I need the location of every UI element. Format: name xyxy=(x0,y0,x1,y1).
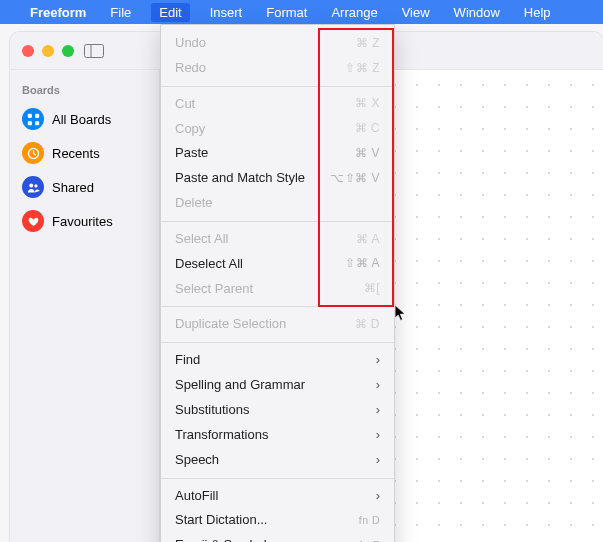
close-window-button[interactable] xyxy=(22,45,34,57)
menu-item-label: Speech xyxy=(175,451,219,470)
sidebar-item-label: Shared xyxy=(52,180,94,195)
svg-rect-0 xyxy=(85,44,104,57)
menu-item-start-dictation[interactable]: Start Dictation...fn D xyxy=(161,508,394,533)
menu-item-label: Copy xyxy=(175,120,205,139)
menu-item-label: Start Dictation... xyxy=(175,511,267,530)
heart-icon xyxy=(22,210,44,232)
menu-item-label: Delete xyxy=(175,194,213,213)
menu-item-label: Find xyxy=(175,351,200,370)
sidebar-toggle-icon[interactable] xyxy=(84,44,104,58)
svg-rect-2 xyxy=(27,113,31,117)
system-menubar: Freeform File Edit Insert Format Arrange… xyxy=(0,0,603,24)
menu-item-label: Paste xyxy=(175,144,208,163)
menu-item-label: Cut xyxy=(175,95,195,114)
people-icon xyxy=(22,176,44,198)
menu-item-emoji-symbols[interactable]: Emoji & Symbolsfn E xyxy=(161,533,394,542)
menu-item-duplicate-selection: Duplicate Selection⌘ D xyxy=(161,312,394,337)
menu-item-label: AutoFill xyxy=(175,487,218,506)
menu-item-label: Duplicate Selection xyxy=(175,315,286,334)
svg-point-8 xyxy=(34,184,37,187)
mouse-cursor-icon xyxy=(394,304,408,322)
app-name[interactable]: Freeform xyxy=(26,3,90,22)
sidebar-item-favourites[interactable]: Favourites xyxy=(18,204,151,238)
menu-item-paste-and-match-style[interactable]: Paste and Match Style⌥⇧⌘ V xyxy=(161,166,394,191)
menu-item-shortcut: ⌘ D xyxy=(355,316,381,333)
menu-separator xyxy=(161,306,394,307)
menu-arrange[interactable]: Arrange xyxy=(327,3,381,22)
menu-view[interactable]: View xyxy=(398,3,434,22)
menu-item-shortcut: ⌘ Z xyxy=(356,35,380,52)
window-controls xyxy=(22,45,74,57)
menu-item-select-all: Select All⌘ A xyxy=(161,227,394,252)
menu-item-label: Spelling and Grammar xyxy=(175,376,305,395)
menu-item-cut: Cut⌘ X xyxy=(161,92,394,117)
menu-help[interactable]: Help xyxy=(520,3,555,22)
menu-separator xyxy=(161,478,394,479)
menu-item-shortcut: ⌘[ xyxy=(364,280,380,297)
menu-item-label: Transformations xyxy=(175,426,268,445)
menu-item-paste[interactable]: Paste⌘ V xyxy=(161,141,394,166)
menu-item-shortcut: ⌘ C xyxy=(355,120,381,137)
menu-item-shortcut: fn D xyxy=(359,513,380,528)
edit-menu-dropdown: Undo⌘ ZRedo⇧⌘ ZCut⌘ XCopy⌘ CPaste⌘ VPast… xyxy=(160,24,395,542)
menu-item-delete: Delete xyxy=(161,191,394,216)
menu-item-substitutions[interactable]: Substitutions› xyxy=(161,398,394,423)
chevron-right-icon: › xyxy=(376,487,380,506)
svg-rect-4 xyxy=(27,121,31,125)
menu-item-shortcut: ⇧⌘ Z xyxy=(345,60,380,77)
menu-item-label: Redo xyxy=(175,59,206,78)
svg-rect-5 xyxy=(35,121,39,125)
grid-icon xyxy=(22,108,44,130)
svg-rect-3 xyxy=(35,113,39,117)
menu-file[interactable]: File xyxy=(106,3,135,22)
menu-separator xyxy=(161,86,394,87)
sidebar-item-recents[interactable]: Recents xyxy=(18,136,151,170)
sidebar-item-label: All Boards xyxy=(52,112,111,127)
menu-item-shortcut: fn E xyxy=(359,538,380,542)
menu-item-shortcut: ⌘ A xyxy=(356,231,380,248)
sidebar-heading: Boards xyxy=(22,84,147,96)
zoom-window-button[interactable] xyxy=(62,45,74,57)
sidebar-item-label: Favourites xyxy=(52,214,113,229)
svg-point-7 xyxy=(29,183,33,187)
menu-window[interactable]: Window xyxy=(450,3,504,22)
menu-separator xyxy=(161,342,394,343)
menu-item-shortcut: ⌘ V xyxy=(355,145,380,162)
minimize-window-button[interactable] xyxy=(42,45,54,57)
menu-format[interactable]: Format xyxy=(262,3,311,22)
chevron-right-icon: › xyxy=(376,376,380,395)
menu-item-label: Select All xyxy=(175,230,228,249)
menu-item-label: Undo xyxy=(175,34,206,53)
menu-item-shortcut: ⇧⌘ A xyxy=(345,255,380,272)
chevron-right-icon: › xyxy=(376,401,380,420)
sidebar: Boards All Boards Recents Shared Favouri… xyxy=(10,70,160,542)
menu-separator xyxy=(161,221,394,222)
menu-item-label: Substitutions xyxy=(175,401,249,420)
menu-item-label: Emoji & Symbols xyxy=(175,536,273,542)
menu-edit[interactable]: Edit xyxy=(151,3,189,22)
menu-item-undo: Undo⌘ Z xyxy=(161,31,394,56)
menu-item-label: Select Parent xyxy=(175,280,253,299)
sidebar-item-label: Recents xyxy=(52,146,100,161)
menu-item-find[interactable]: Find› xyxy=(161,348,394,373)
chevron-right-icon: › xyxy=(376,426,380,445)
menu-item-label: Deselect All xyxy=(175,255,243,274)
menu-item-label: Paste and Match Style xyxy=(175,169,305,188)
sidebar-item-all-boards[interactable]: All Boards xyxy=(18,102,151,136)
menu-item-select-parent: Select Parent⌘[ xyxy=(161,277,394,302)
menu-insert[interactable]: Insert xyxy=(206,3,247,22)
chevron-right-icon: › xyxy=(376,451,380,470)
clock-icon xyxy=(22,142,44,164)
menu-item-deselect-all[interactable]: Deselect All⇧⌘ A xyxy=(161,252,394,277)
menu-item-speech[interactable]: Speech› xyxy=(161,448,394,473)
menu-item-copy: Copy⌘ C xyxy=(161,117,394,142)
menu-item-transformations[interactable]: Transformations› xyxy=(161,423,394,448)
menu-item-shortcut: ⌘ X xyxy=(355,95,380,112)
menu-item-spelling-and-grammar[interactable]: Spelling and Grammar› xyxy=(161,373,394,398)
menu-item-redo: Redo⇧⌘ Z xyxy=(161,56,394,81)
chevron-right-icon: › xyxy=(376,351,380,370)
menu-item-shortcut: ⌥⇧⌘ V xyxy=(330,170,380,187)
sidebar-item-shared[interactable]: Shared xyxy=(18,170,151,204)
menu-item-autofill[interactable]: AutoFill› xyxy=(161,484,394,509)
